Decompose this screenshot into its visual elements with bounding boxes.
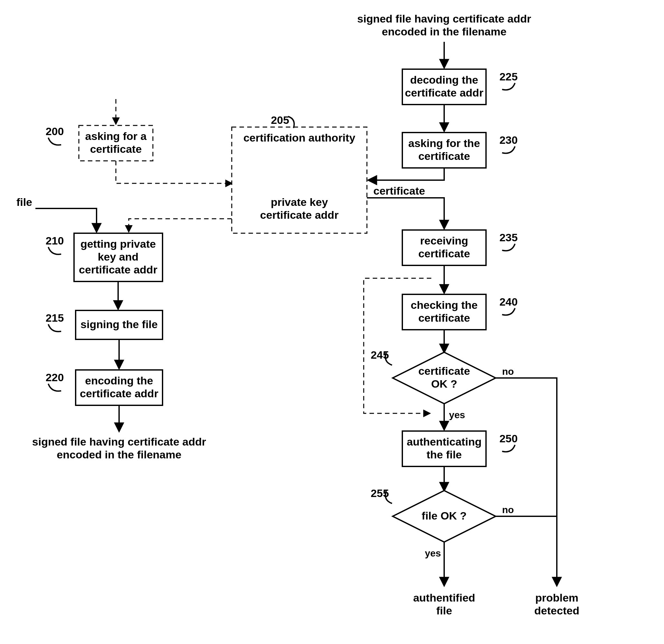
ref-200: 200: [46, 125, 64, 137]
ref-235-hook: [502, 244, 515, 251]
node-230-line2: certificate: [418, 150, 470, 162]
node-250-line1: authenticating: [407, 435, 481, 448]
node-210-line2: key and: [98, 251, 139, 263]
node-240: checking the certificate: [402, 294, 486, 330]
node-250-line2: the file: [427, 448, 462, 460]
node-240-line2: certificate: [418, 312, 470, 324]
left-output-line2: encoded in the filename: [57, 448, 181, 460]
node-215: signing the file: [76, 310, 163, 339]
node-235-line1: receiving: [420, 235, 468, 247]
outcome-problem-line1: problem: [535, 592, 578, 604]
edge-230-to-ca: [369, 168, 444, 180]
ref-240: 240: [500, 296, 518, 308]
node-210-line1: getting private: [81, 238, 156, 250]
outcome-auth-line1: authentified: [413, 592, 475, 604]
node-230-line1: asking for the: [409, 137, 480, 149]
edge-ca-to-235: [367, 198, 444, 229]
node-225-line2: certificate addr: [405, 87, 483, 99]
node-210: getting private key and certificate addr: [74, 233, 163, 281]
ca-out2: certificate addr: [260, 209, 338, 221]
node-220-line1: encoding the: [85, 374, 153, 387]
node-255: file OK ?: [393, 491, 496, 542]
node-245: certificate OK ?: [393, 352, 496, 404]
node-225: decoding the certificate addr: [402, 69, 486, 105]
input-signed-file-line1: signed file having certificate addr: [357, 13, 531, 25]
ref-220: 220: [46, 371, 64, 383]
node-225-line1: decoding the: [410, 74, 478, 86]
node-255-line1: file OK ?: [422, 510, 467, 522]
ca-label: certification authority: [243, 132, 355, 144]
ref-250-hook: [502, 445, 515, 452]
left-output-line1: signed file having certificate addr: [32, 435, 206, 448]
label-255-yes: yes: [425, 548, 441, 558]
ref-230: 230: [500, 134, 518, 146]
label-245-no: no: [502, 366, 514, 377]
node-245-line1: certificate: [418, 365, 470, 377]
ref-200-hook: [48, 138, 61, 145]
node-245-line2: OK ?: [431, 378, 457, 390]
ref-240-hook: [502, 308, 515, 315]
input-signed-file-line2: encoded in the filename: [382, 25, 506, 38]
ref-230-hook: [502, 146, 515, 153]
node-210-line3: certificate addr: [79, 263, 158, 276]
node-235-line2: certificate: [418, 248, 470, 260]
ref-210-hook: [48, 247, 61, 254]
node-220-line2: certificate addr: [80, 387, 158, 400]
node-200-line1: asking for a: [85, 130, 147, 142]
ref-250: 250: [500, 432, 518, 445]
ref-235: 235: [500, 231, 518, 243]
node-200-line2: certificate: [90, 143, 142, 155]
outcome-auth-line2: file: [436, 604, 452, 617]
edge-200-to-ca: [116, 161, 232, 184]
flowchart: signed file having certificate addr enco…: [0, 0, 664, 644]
file-label: file: [16, 196, 32, 208]
node-205-certification-authority: certification authority private key cert…: [232, 127, 367, 233]
ca-out-certificate: certificate: [373, 185, 425, 197]
ref-220-hook: [48, 384, 61, 391]
label-245-yes: yes: [449, 409, 465, 420]
ca-out1: private key: [271, 196, 328, 208]
node-220: encoding the certificate addr: [76, 370, 163, 405]
ref-215: 215: [46, 312, 64, 324]
ref-225-hook: [502, 83, 515, 90]
node-200: asking for a certificate: [79, 126, 153, 161]
node-240-line1: checking the: [411, 299, 478, 311]
edge-file-to-210: [36, 209, 97, 232]
ref-205: 205: [271, 114, 289, 126]
node-215-line1: signing the file: [81, 318, 158, 330]
edge-ca-to-210: [129, 219, 232, 232]
edge-245-no: [496, 378, 557, 585]
ref-210: 210: [46, 235, 64, 247]
node-235: receiving certificate: [402, 230, 486, 265]
ref-225: 225: [500, 70, 518, 83]
ref-215-hook: [48, 324, 61, 332]
node-250: authenticating the file: [402, 431, 486, 467]
node-230: asking for the certificate: [402, 132, 486, 168]
label-255-no: no: [502, 505, 514, 515]
outcome-problem-line2: detected: [534, 604, 579, 617]
